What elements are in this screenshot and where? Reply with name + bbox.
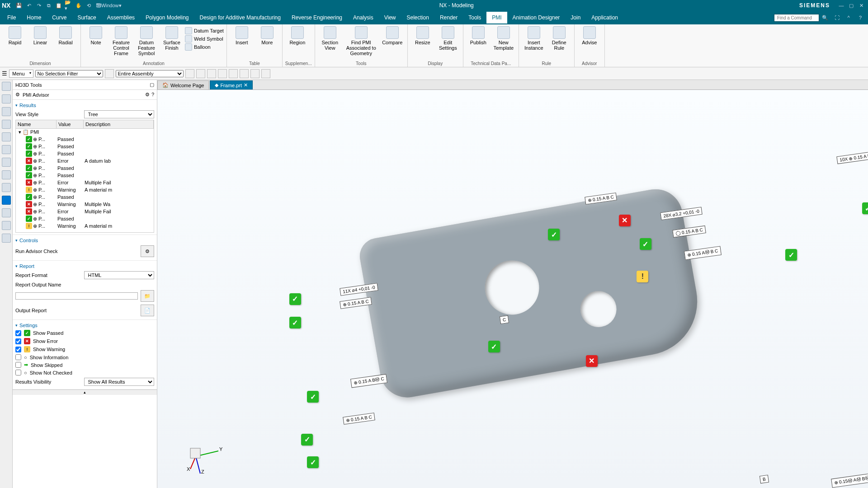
publish-button[interactable]: Publish <box>466 25 491 52</box>
radial-button[interactable]: Radial <box>53 25 78 46</box>
settings-header[interactable]: Settings <box>15 322 154 329</box>
panel-collapse-handle[interactable]: ▴ <box>13 389 157 395</box>
pmi-marker-pass[interactable]: ✓ <box>289 317 301 328</box>
result-row[interactable]: ✓⊕ P...Passed <box>16 172 154 179</box>
viewstyle-select[interactable]: Tree <box>84 110 155 118</box>
result-row[interactable]: !⊕ P...WarningA material m <box>16 222 154 230</box>
search-command-input[interactable] <box>774 14 819 22</box>
pmi-marker-warn[interactable]: ! <box>637 271 648 282</box>
selection-filter-dropdown[interactable]: No Selection Filter <box>35 70 103 77</box>
nav-icon-6[interactable] <box>2 145 11 154</box>
dfs-button[interactable]: Datum Feature Symbol <box>134 25 159 57</box>
setting-show-not-checked[interactable]: ○Show Not Checked <box>15 369 154 376</box>
menu-animation-designer[interactable]: Animation Designer <box>507 12 566 23</box>
menu-tools[interactable]: Tools <box>463 12 486 23</box>
result-row[interactable]: ✕⊕ P...ErrorMultiple Fail <box>16 179 154 186</box>
pmi-marker-pass[interactable]: ✓ <box>301 434 313 446</box>
sel-icon-1[interactable] <box>185 69 194 78</box>
results-table-body[interactable]: ▾ 📋 PMI✓⊕ P...Passed✓⊕ P...Passed✓⊕ P...… <box>15 129 154 233</box>
result-row[interactable]: ✕⊕ P...WarningMultiple Wa <box>16 201 154 208</box>
nav-icon-4[interactable] <box>2 120 11 129</box>
pmi-callout[interactable]: C <box>500 315 509 324</box>
setting-show-skipped[interactable]: ➡Show Skipped <box>15 361 154 369</box>
pmi-marker-err[interactable]: ✕ <box>619 215 631 226</box>
copy-icon[interactable]: ⧉ <box>45 1 53 9</box>
balloon-button[interactable]: Balloon <box>185 43 224 51</box>
open-icon[interactable]: 📂▾ <box>65 1 73 9</box>
setting-show-error[interactable]: ✕Show Error <box>15 337 154 345</box>
datum-target-button[interactable]: Datum Target <box>185 27 224 34</box>
pmi-callout[interactable]: ⊕ 0.15 A B C <box>340 297 372 309</box>
controls-header[interactable]: Controls <box>15 237 154 244</box>
pmi-callout[interactable]: B <box>760 475 769 483</box>
maximize-icon[interactable]: ▢ <box>847 1 855 9</box>
nav-icon-11[interactable] <box>2 208 11 217</box>
hamburger-icon[interactable]: ☰ <box>2 70 7 77</box>
pmi-marker-pass[interactable]: ✓ <box>548 229 560 240</box>
nav-icon-12[interactable] <box>2 221 11 230</box>
fcf-button[interactable]: Feature Control Frame <box>109 25 133 57</box>
menu-dropdown[interactable]: Menu <box>9 70 33 78</box>
result-row[interactable]: ✓⊕ P...Passed <box>16 143 154 150</box>
report-name-input[interactable] <box>15 292 138 300</box>
undo-icon[interactable]: ↶ <box>25 1 33 9</box>
pmi-marker-pass[interactable]: ✓ <box>289 293 301 305</box>
surface-finish-button[interactable]: Surface Finish <box>160 25 184 57</box>
pmi-marker-pass[interactable]: ✓ <box>640 238 651 250</box>
menu-view[interactable]: View <box>379 12 401 23</box>
pmi-callout[interactable]: ⊕ 0.15 AⓂ B C <box>684 246 722 260</box>
setting-show-warning[interactable]: !Show Warning <box>15 345 154 353</box>
rapid-button[interactable]: Rapid <box>3 25 27 46</box>
result-row[interactable]: ✕⊕ P...ErrorA datum lab <box>16 157 154 164</box>
redo-icon[interactable]: ↷ <box>35 1 43 9</box>
help-icon[interactable]: ? <box>855 13 865 23</box>
pmi-marker-pass[interactable]: ✓ <box>307 391 319 403</box>
search-icon[interactable]: 🔍 <box>820 13 830 23</box>
browse-report-button[interactable]: 📁 <box>141 290 154 302</box>
result-row[interactable]: ✓⊕ P...Passed <box>16 150 154 157</box>
nav-icon-1[interactable] <box>2 82 11 91</box>
note-button[interactable]: Note <box>84 25 108 57</box>
more-button[interactable]: More <box>255 25 279 46</box>
run-check-button[interactable]: ⚙ <box>141 245 154 257</box>
save-icon[interactable]: 💾 <box>15 1 23 9</box>
new-template-button[interactable]: New Template <box>491 25 516 52</box>
results-header[interactable]: Results <box>15 102 154 109</box>
pmi-marker-pass[interactable]: ✓ <box>307 456 319 468</box>
paste-icon[interactable]: 📋 <box>55 1 63 9</box>
edit-settings-button[interactable]: Edit Settings <box>436 25 460 52</box>
fullscreen-icon[interactable]: ⛶ <box>832 13 842 23</box>
result-row[interactable]: ✓⊕ P...Passed <box>16 136 154 143</box>
setting-show-information[interactable]: ○Show Information <box>15 353 154 361</box>
view-triad[interactable]: Y X Z <box>182 434 223 474</box>
report-format-select[interactable]: HTML <box>84 271 155 279</box>
insert-instance-button[interactable]: Insert Instance <box>522 25 546 52</box>
touch-icon[interactable]: ✋ <box>75 1 83 9</box>
menu-join[interactable]: Join <box>565 12 586 23</box>
report-header[interactable]: Report <box>15 263 154 270</box>
setting-show-passed[interactable]: ✓Show Passed <box>15 329 154 337</box>
nav-icon-8[interactable] <box>2 170 11 179</box>
sel-icon-7[interactable] <box>250 69 259 78</box>
graphics-area[interactable]: 🏠Welcome Page ◆Frame.prt✕ Y X Z ✓✓✓✓✕✓✓!… <box>157 80 868 488</box>
menu-design-for-additive-manufacturing[interactable]: Design for Additive Manufacturing <box>194 12 286 23</box>
sel-icon-5[interactable] <box>229 69 238 78</box>
insert-button[interactable]: Insert <box>230 25 254 46</box>
refresh-icon[interactable]: ⟲ <box>85 1 93 9</box>
nav-icon-13[interactable] <box>2 234 11 243</box>
output-report-button[interactable]: 📄 <box>141 305 154 316</box>
menu-home[interactable]: Home <box>21 12 47 23</box>
menu-reverse-engineering[interactable]: Reverse Engineering <box>286 12 348 23</box>
nav-icon-7[interactable] <box>2 158 11 167</box>
filter-icon[interactable] <box>105 69 114 78</box>
sel-icon-2[interactable] <box>196 69 205 78</box>
sel-icon-8[interactable] <box>261 69 270 78</box>
tab-welcome[interactable]: 🏠Welcome Page <box>157 80 209 89</box>
weld-symbol-button[interactable]: Weld Symbol <box>185 35 224 42</box>
results-visibility-select[interactable]: Show All Results <box>84 378 155 386</box>
menu-surface[interactable]: Surface <box>72 12 101 23</box>
menu-render[interactable]: Render <box>434 12 463 23</box>
menu-selection[interactable]: Selection <box>401 12 434 23</box>
result-row[interactable]: ✓⊕ P...Passed <box>16 215 154 222</box>
menu-file[interactable]: File <box>2 12 21 23</box>
